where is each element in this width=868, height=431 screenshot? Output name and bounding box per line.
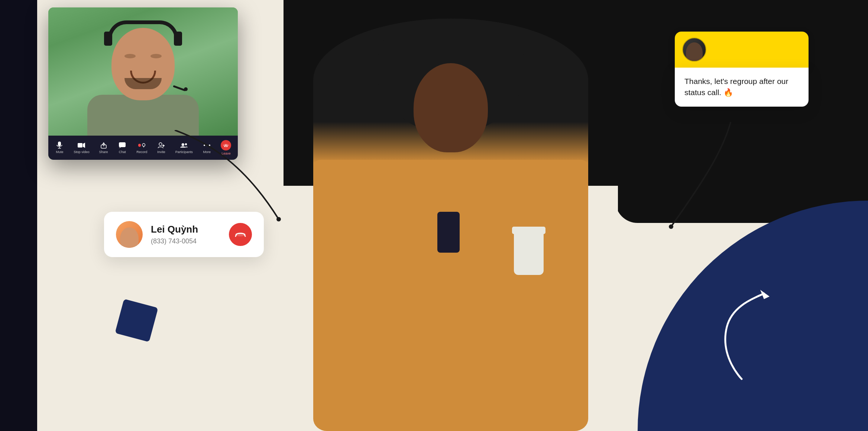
- share-label: Share: [99, 150, 108, 154]
- record-button[interactable]: Record: [134, 140, 149, 155]
- caller-info: Lei Quỳnh (833) 743-0054: [151, 224, 221, 245]
- invite-button[interactable]: Invite: [154, 140, 168, 155]
- arrow-video-to-woman: [175, 130, 286, 223]
- svg-marker-6: [83, 143, 85, 148]
- caller-name: Lei Quỳnh: [151, 224, 221, 235]
- svg-rect-9: [119, 142, 126, 147]
- message-bubble: Thanks, let's regroup after our status c…: [675, 68, 809, 107]
- mute-button[interactable]: Mute: [52, 140, 67, 155]
- man-figure: [69, 95, 217, 136]
- woman-figure-bg: [284, 0, 618, 431]
- svg-rect-2: [58, 142, 61, 146]
- phone-card: Lei Quỳnh (833) 743-0054: [104, 212, 264, 257]
- svg-point-21: [669, 224, 673, 229]
- chat-label: Chat: [119, 150, 126, 154]
- svg-point-1: [276, 217, 281, 221]
- video-content: [48, 7, 238, 136]
- caller-avatar: [116, 221, 143, 248]
- record-label: Record: [136, 150, 147, 154]
- caller-number: (833) 743-0054: [151, 237, 221, 245]
- chat-button[interactable]: Chat: [115, 140, 129, 155]
- video-icon: [78, 142, 85, 149]
- svg-point-11: [142, 143, 145, 146]
- mute-label: Mute: [56, 150, 63, 154]
- message-card-area: Thanks, let's regroup after our status c…: [675, 32, 809, 107]
- invite-icon: [158, 142, 165, 149]
- svg-point-13: [159, 143, 162, 146]
- phone-end-icon: [235, 232, 246, 237]
- arrow-decoration: [712, 290, 771, 386]
- stop-video-label: Stop video: [74, 150, 90, 154]
- message-header: [675, 32, 809, 68]
- message-text: Thanks, let's regroup after our status c…: [684, 77, 788, 97]
- bg-left-strip: [0, 0, 37, 431]
- message-sender-avatar: [682, 38, 706, 62]
- stop-video-button[interactable]: Stop video: [71, 140, 92, 155]
- invite-label: Invite: [157, 150, 165, 154]
- arrow-message-to-woman: [641, 119, 734, 230]
- chat-icon: [119, 142, 126, 149]
- svg-marker-10: [119, 147, 121, 148]
- record-icon: [138, 142, 146, 149]
- svg-rect-5: [78, 143, 82, 148]
- share-icon: [100, 142, 107, 149]
- share-button[interactable]: Share: [97, 140, 111, 155]
- mic-icon: [56, 142, 63, 149]
- end-call-button[interactable]: [229, 223, 252, 246]
